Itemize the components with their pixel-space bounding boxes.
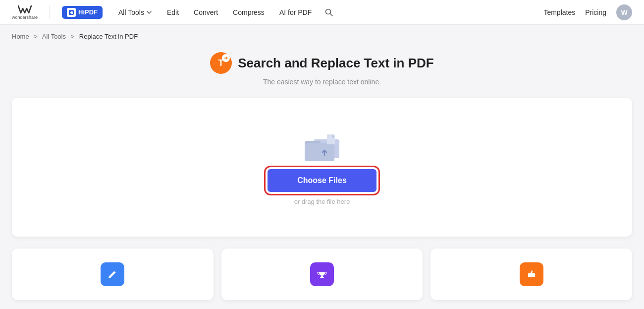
bottom-card-2	[430, 248, 632, 300]
breadcrumb-all-tools[interactable]: All Tools	[42, 33, 66, 40]
main-nav: All Tools Edit Convert Compress AI for P…	[112, 5, 543, 20]
svg-rect-8	[305, 143, 334, 161]
bottom-card-1	[221, 248, 423, 300]
user-avatar[interactable]: W	[616, 4, 632, 20]
search-icon[interactable]	[321, 5, 337, 20]
bottom-cards	[0, 237, 644, 300]
folder-illustration	[300, 129, 344, 169]
page-subtitle: The easiest way to replace text online.	[0, 78, 644, 86]
header: wondershare Hi HiPDF All Tools Edit Conv…	[0, 0, 644, 25]
wondershare-label: wondershare	[12, 15, 38, 20]
svg-rect-12	[528, 273, 530, 277]
upload-card: Choose Files or drag the file here	[12, 98, 632, 237]
logo-divider	[50, 5, 50, 19]
bottom-card-0	[12, 248, 214, 300]
title-row: T Search and Replace Text in PDF	[0, 52, 644, 74]
hipdf-icon: Hi	[67, 8, 76, 17]
thumbs-up-icon	[526, 268, 537, 280]
svg-rect-10	[321, 276, 323, 277]
breadcrumb: Home > All Tools > Replace Text in PDF	[0, 25, 644, 44]
hipdf-logo[interactable]: Hi HiPDF	[62, 6, 103, 19]
svg-rect-9	[327, 134, 335, 144]
bottom-card-icon-0	[101, 262, 124, 286]
nav-edit[interactable]: Edit	[161, 5, 185, 19]
bottom-card-icon-2	[520, 262, 543, 286]
page-header: T Search and Replace Text in PDF The eas…	[0, 44, 644, 98]
trophy-icon	[316, 268, 328, 280]
bottom-card-icon-1	[310, 262, 334, 286]
nav-all-tools[interactable]: All Tools	[112, 5, 158, 19]
chevron-down-icon	[146, 9, 152, 15]
templates-link[interactable]: Templates	[543, 8, 575, 16]
pricing-link[interactable]: Pricing	[585, 8, 606, 16]
nav-ai-for-pdf[interactable]: AI for PDF	[273, 5, 318, 19]
breadcrumb-home[interactable]: Home	[12, 33, 29, 40]
edit-icon	[107, 268, 118, 280]
svg-line-3	[330, 13, 333, 16]
nav-convert[interactable]: Convert	[188, 5, 224, 19]
hipdf-label: HiPDF	[78, 8, 98, 16]
wondershare-logo[interactable]: wondershare	[12, 5, 38, 20]
nav-compress[interactable]: Compress	[227, 5, 270, 19]
main-content: Choose Files or drag the file here	[0, 98, 644, 237]
svg-text:Hi: Hi	[70, 11, 73, 14]
logo-area: wondershare Hi HiPDF	[12, 5, 103, 20]
breadcrumb-current: Replace Text in PDF	[79, 33, 138, 40]
choose-files-button[interactable]: Choose Files	[268, 169, 376, 192]
header-right: Templates Pricing W	[543, 4, 632, 20]
svg-rect-11	[320, 277, 324, 278]
replace-text-icon: T	[210, 52, 232, 74]
page-title: Search and Replace Text in PDF	[238, 56, 433, 71]
drag-hint: or drag the file here	[294, 198, 350, 205]
